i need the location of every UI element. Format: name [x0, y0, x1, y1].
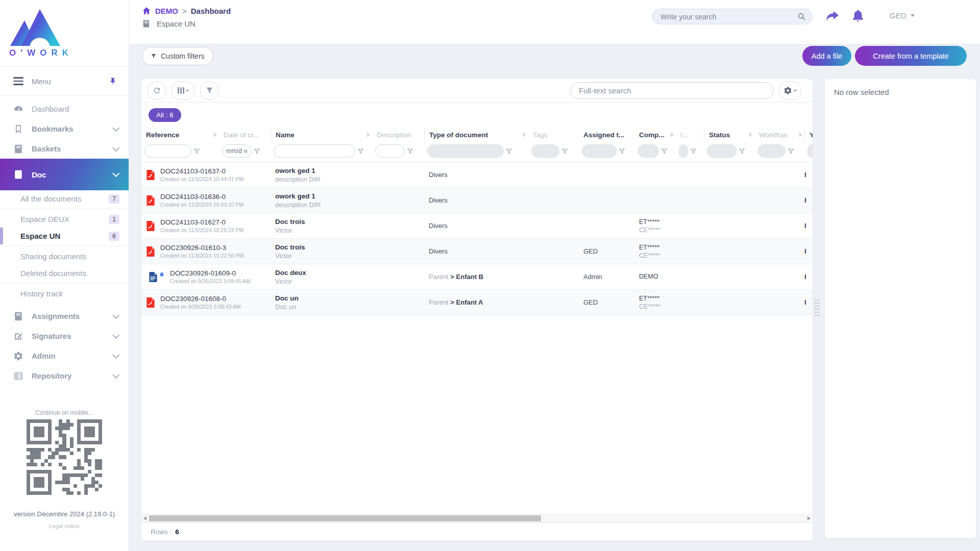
funnel-icon[interactable]: [407, 148, 413, 155]
filter-workflow: [754, 144, 804, 158]
details-panel: No row selected: [825, 79, 976, 538]
table-row[interactable]: DOC230926-01608-0 Created on 9/26/2023 3…: [141, 290, 813, 315]
table-body: DOC241103-01637-0 Created on 11/3/2024 1…: [141, 162, 813, 315]
funnel-icon[interactable]: [661, 148, 668, 155]
date-filter-input[interactable]: mm/d: [222, 144, 252, 158]
scroll-left-arrow-icon[interactable]: [143, 516, 146, 520]
column-header-comp[interactable]: Comp...: [634, 127, 676, 142]
table-row[interactable]: DOC241103-01627-0 Created on 11/3/2024 1…: [141, 213, 813, 239]
tags-filter-input[interactable]: [531, 144, 559, 158]
app-logo[interactable]: O'WORK: [0, 0, 129, 66]
sidebar-item-espace-deux[interactable]: Espace DEUX 1: [0, 211, 129, 228]
funnel-icon[interactable]: [254, 148, 260, 155]
calendar-icon[interactable]: [244, 148, 248, 155]
notifications-bell-icon[interactable]: [850, 8, 866, 23]
global-search[interactable]: [652, 9, 813, 24]
column-header-type[interactable]: Type of document: [424, 127, 528, 142]
pdf-file-icon: [146, 169, 155, 181]
horizontal-scrollbar[interactable]: [142, 514, 812, 522]
table-row[interactable]: DOC230926-01610-3 Created on 11/3/2024 1…: [141, 239, 813, 264]
no-row-selected-text: No row selected: [834, 88, 967, 96]
funnel-icon[interactable]: [506, 148, 512, 155]
search-icon[interactable]: [797, 12, 806, 21]
sidebar-item-baskets[interactable]: Baskets: [0, 139, 129, 159]
sidebar-item-repository[interactable]: Repository: [0, 366, 129, 386]
breadcrumb-root[interactable]: DEMO: [155, 7, 178, 15]
column-header-description[interactable]: Description: [372, 127, 424, 142]
chevron-down-icon: [794, 90, 797, 92]
fulltext-search[interactable]: [570, 82, 774, 99]
sidebar-item-all-documents[interactable]: All the documents 7: [0, 190, 129, 207]
status-filter-input[interactable]: [707, 144, 737, 158]
funnel-icon[interactable]: [690, 148, 697, 155]
refresh-button[interactable]: [148, 81, 166, 100]
funnel-icon: [205, 86, 214, 95]
document-name: owork ged 1: [275, 167, 315, 174]
document-name: Doc trois: [275, 218, 305, 226]
assigned-filter-input[interactable]: [582, 144, 617, 158]
document-created: Created on 11/3/2024 10:43:10 PM: [160, 202, 243, 208]
sidebar-item-dashboard[interactable]: Dashboard: [0, 99, 129, 119]
sidebar-item-signatures[interactable]: Signatures: [0, 326, 129, 346]
table-row[interactable]: DOC230926-01609-0 Created on 9/26/2023 3…: [141, 264, 813, 290]
chevron-down-icon: [186, 90, 189, 92]
sidebar-item-bookmarks[interactable]: Bookmarks: [0, 119, 129, 139]
column-header-i[interactable]: I...: [676, 127, 704, 142]
sidebar-item-assignments[interactable]: Assignments: [0, 306, 129, 326]
sidebar-item-espace-un[interactable]: Espace UN 6: [0, 228, 129, 244]
column-header-tags[interactable]: Tags: [528, 127, 579, 142]
breadcrumb-current[interactable]: Dashboard: [191, 7, 231, 15]
scroll-right-arrow-icon[interactable]: [807, 516, 811, 520]
tab-all-documents[interactable]: All : 6: [149, 108, 181, 122]
table-row[interactable]: DOC241103-01637-0 Created on 11/3/2024 1…: [141, 162, 813, 188]
description-filter-input[interactable]: [375, 144, 405, 158]
filter-button[interactable]: [200, 81, 219, 100]
column-header-status[interactable]: Status: [704, 127, 754, 142]
funnel-icon[interactable]: [739, 148, 745, 155]
sidebar-item-history-track[interactable]: History track: [0, 285, 129, 302]
custom-filters-button[interactable]: Custom filters: [142, 47, 213, 65]
filter-name: [271, 144, 372, 158]
column-header-reference[interactable]: Reference: [141, 127, 219, 142]
pdf-file-icon: [146, 246, 155, 257]
column-header-date[interactable]: Date of cr...: [219, 127, 271, 142]
home-icon[interactable]: [142, 6, 151, 15]
sidebar-item-doc[interactable]: Doc: [0, 159, 129, 190]
legal-notice-link[interactable]: Legal notice: [0, 523, 129, 529]
scrollbar-thumb[interactable]: [149, 515, 541, 521]
workflow-filter-input[interactable]: [757, 144, 786, 158]
funnel-icon[interactable]: [619, 148, 625, 155]
filter-date: mm/d: [219, 144, 271, 158]
reference-filter-input[interactable]: [144, 144, 191, 158]
menu-toggle[interactable]: Menu: [0, 67, 129, 95]
comp-filter-input[interactable]: [638, 144, 659, 158]
y-filter-input[interactable]: [807, 144, 813, 158]
table-row[interactable]: DOC241103-01636-0 Created on 11/3/2024 1…: [141, 188, 813, 213]
type-filter-input[interactable]: [427, 144, 504, 158]
column-header-name[interactable]: Name: [271, 127, 372, 142]
column-header-assigned[interactable]: Assigned t...: [579, 127, 634, 142]
add-file-button[interactable]: Add a file: [802, 46, 851, 66]
pin-icon[interactable]: [108, 77, 117, 86]
table-settings-button[interactable]: [779, 81, 801, 100]
document-name: owork ged 1: [275, 192, 315, 200]
funnel-icon[interactable]: [193, 148, 200, 155]
user-menu[interactable]: GED: [890, 11, 915, 20]
i-filter-input[interactable]: [679, 144, 688, 158]
funnel-icon[interactable]: [357, 148, 364, 155]
sidebar-item-admin[interactable]: Admin: [0, 346, 129, 366]
column-header-workflow[interactable]: Workflow: [754, 127, 804, 142]
columns-button[interactable]: [172, 81, 195, 100]
sidebar-item-deleted-documents[interactable]: Deleted documents: [0, 265, 129, 282]
create-from-template-button[interactable]: Create from a template: [855, 46, 967, 66]
column-header-y[interactable]: Y: [804, 127, 813, 142]
panel-resize-handle[interactable]: [815, 298, 820, 318]
sidebar-item-sharing-documents[interactable]: Sharing documents: [0, 248, 129, 265]
share-icon[interactable]: [825, 8, 840, 23]
funnel-icon[interactable]: [788, 148, 794, 155]
breadcrumb-separator: >: [182, 7, 187, 15]
fulltext-search-input[interactable]: [579, 86, 765, 95]
funnel-icon[interactable]: [561, 148, 568, 155]
name-filter-input[interactable]: [274, 144, 355, 158]
global-search-input[interactable]: [660, 13, 797, 21]
